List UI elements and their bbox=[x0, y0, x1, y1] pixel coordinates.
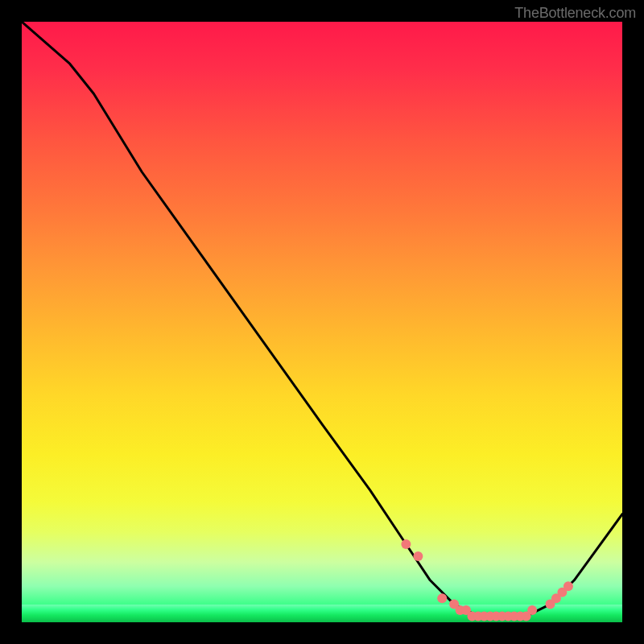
highlight-dot bbox=[527, 605, 537, 615]
highlight-dot bbox=[413, 551, 423, 561]
highlight-dot bbox=[437, 593, 447, 603]
watermark-text: TheBottleneck.com bbox=[514, 5, 636, 22]
curve-layer bbox=[22, 22, 622, 622]
highlight-dot bbox=[564, 581, 573, 591]
chart-container: TheBottleneck.com bbox=[0, 0, 644, 644]
bottleneck-curve bbox=[22, 22, 622, 617]
highlight-dots bbox=[401, 539, 573, 621]
plot-area bbox=[22, 22, 622, 622]
highlight-dot bbox=[401, 539, 411, 549]
